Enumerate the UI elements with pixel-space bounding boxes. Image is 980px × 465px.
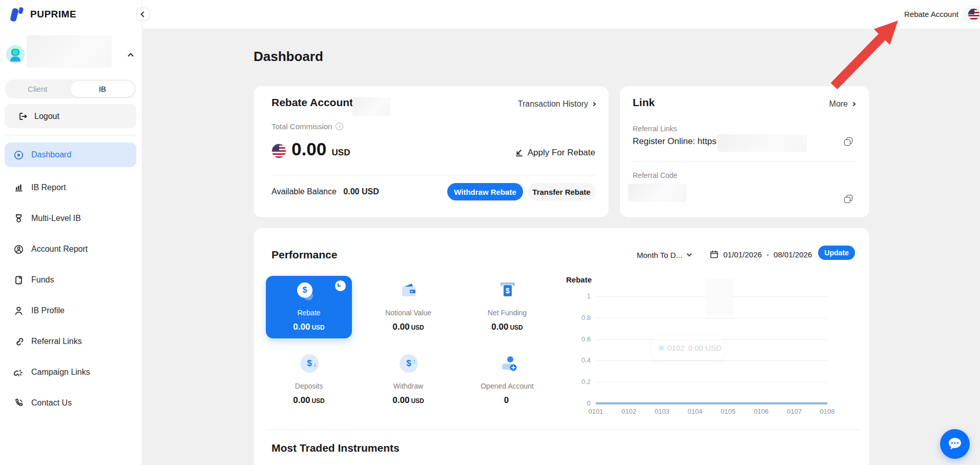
- total-commission-label: Total Commission: [272, 122, 332, 131]
- metric-label: Deposits: [266, 382, 352, 390]
- sidebar-item-ib-profile[interactable]: IB Profile: [5, 298, 136, 323]
- metric-net-funding[interactable]: $ Net Funding 0.00USD: [464, 276, 550, 338]
- referral-link-redacted: [717, 134, 807, 152]
- arrow-up-icon: ↑: [413, 352, 416, 371]
- x-tick-label: 0103: [649, 408, 675, 415]
- date-range-picker[interactable]: 01/01/2026 - 08/01/2026: [710, 250, 812, 259]
- role-toggle-client[interactable]: Client: [5, 85, 71, 93]
- user-icon: [13, 306, 24, 316]
- referral-links-label: Referral Links: [633, 125, 677, 133]
- y-tick-label: 1: [564, 292, 591, 300]
- card-divider: [272, 175, 595, 175]
- svg-text:$: $: [506, 287, 510, 295]
- campaign-link-icon: [13, 367, 24, 378]
- grid-line: [596, 403, 827, 404]
- y-tick-label: 0: [564, 399, 591, 407]
- sidebar-item-account-report[interactable]: Account Report: [5, 237, 136, 261]
- sidebar-item-funds[interactable]: Funds: [5, 268, 136, 292]
- metric-value: 0.00USD: [266, 395, 352, 406]
- withdraw-dollar-icon: $↑: [400, 354, 418, 373]
- live-chat-button[interactable]: [940, 429, 970, 459]
- sidebar-item-dashboard[interactable]: Dashboard: [5, 143, 136, 167]
- referral-link-value: Register Online: https:/: [633, 136, 721, 147]
- date-end: 08/01/2026: [774, 250, 812, 259]
- dashboard-icon: [13, 150, 24, 160]
- chat-bubble-icon: [947, 436, 963, 452]
- grid-line: [596, 318, 827, 318]
- chart-title: Rebate: [566, 275, 592, 284]
- update-button[interactable]: Update: [818, 246, 855, 260]
- apply-for-rebate-link[interactable]: Apply For Rebate: [514, 148, 595, 158]
- sidebar-divider: [5, 135, 136, 135]
- chart-tooltip: 0102 0.00 USD: [652, 336, 724, 360]
- transaction-history-link[interactable]: Transaction History: [518, 99, 595, 109]
- apply-for-rebate-label: Apply For Rebate: [528, 148, 595, 158]
- metric-opened-account[interactable]: Opened Account 0: [464, 350, 550, 408]
- deposit-dollar-icon: $↓: [300, 354, 319, 373]
- role-toggle-ib-selected[interactable]: IB: [71, 81, 134, 97]
- period-select[interactable]: Month To D...: [637, 251, 691, 259]
- x-tick-label: 0101: [583, 408, 609, 415]
- usd-flag-icon: [272, 144, 286, 158]
- new-account-user-icon: [500, 354, 517, 373]
- wallet-icon: [13, 275, 24, 286]
- total-commission-row: Total Commission i: [272, 122, 343, 131]
- metric-deposits[interactable]: $↓ Deposits 0.00USD: [266, 350, 352, 408]
- metric-rebate-tile[interactable]: $ Rebate 0.00USD: [266, 276, 352, 338]
- withdraw-rebate-button[interactable]: Withdraw Rebate: [447, 183, 523, 200]
- x-tick-label: 0104: [682, 408, 708, 415]
- metric-value: 0: [464, 395, 550, 406]
- transfer-rebate-button[interactable]: Transfer Rebate: [528, 183, 595, 200]
- info-icon[interactable]: i: [336, 123, 343, 130]
- logout-icon: [18, 111, 28, 122]
- profile-chevron-up-icon[interactable]: [128, 53, 133, 58]
- account-number-redacted: [352, 97, 390, 116]
- metric-withdraw[interactable]: $↑ Withdraw 0.00USD: [365, 350, 451, 408]
- sidebar-item-label: Referral Links: [31, 337, 82, 346]
- y-tick-label: 0.6: [564, 335, 591, 343]
- coin-shadow: [304, 291, 313, 300]
- chevron-right-icon: [592, 102, 596, 106]
- period-value: Month To D...: [637, 251, 682, 259]
- metric-value: 0.00USD: [464, 322, 550, 332]
- referral-code-redacted: [628, 184, 686, 202]
- brand-name: PUPRIME: [30, 9, 76, 20]
- sidebar-item-label: IB Profile: [31, 306, 65, 315]
- sidebar: PUPRIME Client IB Logout Dashboard: [0, 0, 142, 465]
- fading-tooltip-ghost: [705, 278, 734, 315]
- cash-deposit-icon: $: [499, 281, 516, 300]
- user-badge-icon: [13, 244, 24, 255]
- sidebar-item-campaign-links[interactable]: Campaign Links: [5, 360, 136, 385]
- grid-line: [596, 382, 827, 382]
- arrow-down-icon: ↓: [314, 355, 317, 374]
- more-link[interactable]: More: [829, 99, 855, 109]
- pu-prime-ib-dashboard: { "brand": "PUPRIME", "sidebar": { "role…: [0, 0, 980, 465]
- transaction-history-label: Transaction History: [518, 99, 588, 109]
- sidebar-item-multi-level-ib[interactable]: Multi-Level IB: [5, 206, 136, 231]
- tooltip-series-dot: [659, 346, 664, 351]
- sidebar-item-referral-links[interactable]: Referral Links: [5, 329, 136, 354]
- x-tick-label: 0107: [781, 408, 807, 415]
- tile-chevron-right-icon[interactable]: [335, 280, 346, 291]
- x-tick-label: 0102: [616, 408, 642, 415]
- calendar-icon: [710, 250, 719, 259]
- amount-value: 0.00: [291, 139, 326, 159]
- date-start: 01/01/2026: [723, 250, 762, 259]
- performance-title: Performance: [272, 249, 337, 261]
- medal-icon: [13, 213, 24, 224]
- copy-icon[interactable]: [844, 137, 852, 146]
- copy-icon[interactable]: [844, 195, 852, 203]
- x-tick-label: 0108: [815, 408, 840, 415]
- chevron-left-icon: [140, 11, 146, 17]
- tooltip-value: 0.00 USD: [688, 343, 721, 352]
- sidebar-collapse-button[interactable]: [136, 8, 150, 21]
- sidebar-item-label: Campaign Links: [31, 368, 90, 377]
- amount-currency: USD: [332, 148, 350, 157]
- sidebar-item-ib-report[interactable]: IB Report: [5, 175, 136, 200]
- x-tick-label: 0105: [715, 408, 741, 415]
- available-balance-label: Available Balance: [272, 187, 337, 196]
- top-header: Rebate Account (0 USD): [142, 0, 980, 29]
- sidebar-item-contact-us[interactable]: Contact Us: [5, 391, 136, 415]
- metric-notional-value[interactable]: Notional Value 0.00USD: [365, 276, 451, 338]
- logout-button[interactable]: Logout: [5, 104, 136, 128]
